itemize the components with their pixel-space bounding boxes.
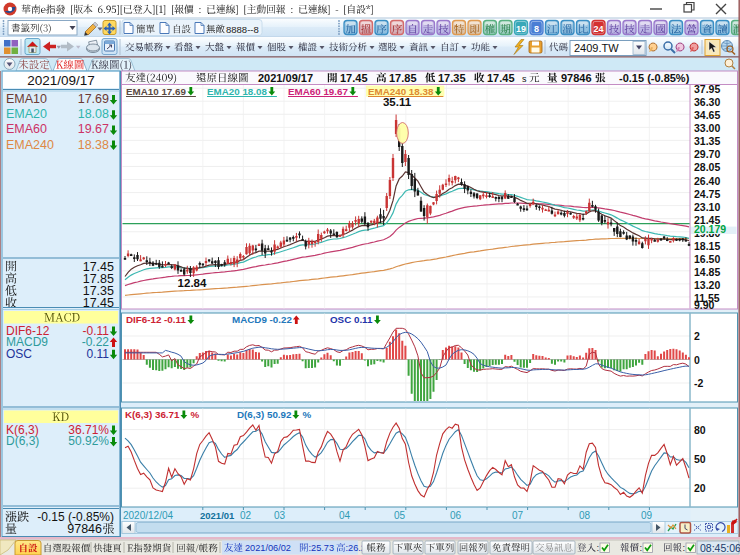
svg-text:OSC: OSC <box>6 347 32 361</box>
svg-text:35.11: 35.11 <box>383 96 412 108</box>
svg-text:0: 0 <box>694 354 700 366</box>
svg-text:05: 05 <box>394 510 406 521</box>
svg-text:D(6,3): D(6,3) <box>6 434 39 448</box>
svg-text:17.45: 17.45 <box>340 72 368 84</box>
svg-text:17.35: 17.35 <box>438 72 466 84</box>
svg-text:%: % <box>302 409 311 420</box>
svg-text:08:45:06: 08:45:06 <box>700 542 740 554</box>
svg-text:EMA240 18.38: EMA240 18.38 <box>368 86 434 97</box>
svg-text:09: 09 <box>641 510 653 521</box>
svg-text:50.92%: 50.92% <box>68 434 109 448</box>
svg-text:2021/09/17: 2021/09/17 <box>27 73 95 88</box>
svg-text:EMA60 19.67: EMA60 19.67 <box>288 86 348 97</box>
svg-text:18.38: 18.38 <box>78 138 109 152</box>
svg-text:07: 07 <box>512 510 524 521</box>
svg-text:12.84: 12.84 <box>178 277 207 289</box>
svg-text:-0.15 (-0.85%): -0.15 (-0.85%) <box>619 72 690 84</box>
svg-text:26.40: 26.40 <box>694 175 720 187</box>
svg-text:8: 8 <box>534 24 539 34</box>
svg-text:2020/12/04: 2020/12/04 <box>123 510 173 521</box>
svg-text:13.20: 13.20 <box>694 279 720 291</box>
svg-text:18.08: 18.08 <box>78 107 109 121</box>
svg-text:8888--8: 8888--8 <box>226 24 259 35</box>
svg-text:19.67: 19.67 <box>78 122 109 136</box>
svg-text:33.00: 33.00 <box>694 122 720 134</box>
svg-text:03: 03 <box>274 510 286 521</box>
svg-text:97846: 97846 <box>67 522 102 536</box>
svg-text::: : <box>597 542 600 553</box>
svg-text:s: s <box>522 74 527 84</box>
svg-text:34.65: 34.65 <box>694 109 720 121</box>
svg-text:36.30: 36.30 <box>694 96 720 108</box>
svg-text:37.95: 37.95 <box>694 83 720 95</box>
svg-text:19: 19 <box>516 24 526 34</box>
svg-text:-2: -2 <box>694 377 703 389</box>
svg-text:02: 02 <box>240 510 252 521</box>
svg-text:17.69: 17.69 <box>78 92 109 106</box>
svg-text:9.90: 9.90 <box>694 299 715 311</box>
svg-text:97846: 97846 <box>561 72 592 84</box>
svg-text:28.05: 28.05 <box>694 161 720 173</box>
svg-text:50: 50 <box>694 453 706 465</box>
svg-text:%: % <box>190 409 199 420</box>
svg-text:EMA10: EMA10 <box>6 92 47 106</box>
svg-text::: : <box>683 542 686 553</box>
svg-text:0.11: 0.11 <box>87 347 110 361</box>
svg-text:24: 24 <box>593 24 603 34</box>
svg-text:2021/09/17: 2021/09/17 <box>258 72 313 84</box>
svg-text:04: 04 <box>339 510 351 521</box>
svg-text:24.75: 24.75 <box>694 188 720 200</box>
svg-text:EMA20: EMA20 <box>6 107 47 121</box>
svg-text:14.85: 14.85 <box>694 266 720 278</box>
svg-text:17.45: 17.45 <box>487 72 515 84</box>
svg-text:16.50: 16.50 <box>694 253 720 265</box>
svg-text:2409.TW: 2409.TW <box>574 42 619 54</box>
svg-text:06: 06 <box>450 510 462 521</box>
svg-text:20: 20 <box>694 482 706 494</box>
svg-text:31.35: 31.35 <box>694 135 720 147</box>
svg-text::25.73: :25.73 <box>309 543 335 553</box>
svg-text::: : <box>640 542 643 553</box>
svg-text:OSC 0.11: OSC 0.11 <box>330 314 373 325</box>
svg-text:EMA240: EMA240 <box>6 138 54 152</box>
svg-text:EMA60: EMA60 <box>6 122 47 136</box>
svg-text:20.179: 20.179 <box>694 223 726 235</box>
svg-text:2: 2 <box>694 330 700 342</box>
svg-text:17.85: 17.85 <box>389 72 417 84</box>
svg-text:EMA20 18.08: EMA20 18.08 <box>207 86 267 97</box>
svg-text:23.10: 23.10 <box>694 201 720 213</box>
svg-text:D(6,3) 50.92: D(6,3) 50.92 <box>237 409 292 420</box>
svg-text:K(6,3) 36.71: K(6,3) 36.71 <box>125 409 180 420</box>
svg-text:2021/06/02: 2021/06/02 <box>245 543 291 553</box>
svg-text:18.15: 18.15 <box>694 240 720 252</box>
svg-text:80: 80 <box>694 424 706 436</box>
svg-text:2021/01: 2021/01 <box>200 510 235 521</box>
svg-text:08: 08 <box>579 510 591 521</box>
svg-text:29.70: 29.70 <box>694 148 720 160</box>
svg-text:DIF6-12 -0.11: DIF6-12 -0.11 <box>126 314 186 325</box>
svg-text:EMA10 17.69: EMA10 17.69 <box>126 86 186 97</box>
svg-text:MACD9 -0.22: MACD9 -0.22 <box>232 314 292 325</box>
